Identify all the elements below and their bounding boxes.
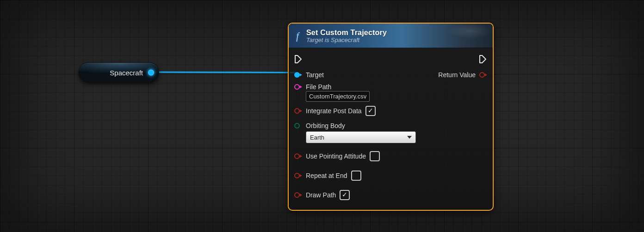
output-pin-return-value[interactable]: [479, 72, 487, 78]
input-label-file-path: File Path: [306, 83, 331, 91]
function-node-title: Set Custom Trajectory: [306, 29, 387, 37]
input-label-integrate-post-data: Integrate Post Data: [306, 107, 362, 115]
exec-output-pin[interactable]: [479, 55, 487, 64]
input-pin-repeat-at-end[interactable]: [294, 172, 302, 179]
input-label-orbiting-body: Orbiting Body: [306, 122, 345, 129]
input-pin-orbiting-body[interactable]: [294, 122, 302, 129]
checkbox-repeat-at-end[interactable]: [351, 171, 361, 181]
checkbox-integrate-post-data[interactable]: [365, 106, 376, 116]
input-label-target: Target: [306, 71, 324, 79]
input-label-draw-path: Draw Path: [306, 191, 336, 199]
chevron-down-icon: [407, 136, 412, 139]
function-node-subtitle: Target is Spacecraft: [306, 37, 387, 43]
dropdown-orbiting-body[interactable]: Earth: [306, 131, 416, 143]
dropdown-orbiting-body-value: Earth: [310, 134, 324, 141]
output-label-return-value: Return Value: [438, 71, 476, 79]
input-pin-file-path[interactable]: [294, 84, 302, 90]
checkbox-draw-path[interactable]: [340, 190, 350, 200]
function-node-header[interactable]: f Set Custom Trajectory Target is Spacec…: [289, 24, 493, 48]
function-icon: f: [293, 31, 302, 42]
checkbox-use-pointing-attitude[interactable]: [370, 151, 380, 161]
input-label-use-pointing-attitude: Use Pointing Attitude: [306, 153, 366, 160]
output-pin-object[interactable]: [148, 70, 154, 76]
file-path-input[interactable]: CustomTrajectory.csv: [306, 91, 370, 102]
input-pin-target[interactable]: [294, 72, 302, 78]
input-label-repeat-at-end: Repeat at End: [306, 172, 347, 179]
variable-node-spacecraft[interactable]: Spacecraft: [79, 62, 159, 83]
exec-input-pin[interactable]: [294, 55, 303, 64]
input-pin-use-pointing-attitude[interactable]: [294, 153, 302, 159]
input-pin-draw-path[interactable]: [294, 192, 302, 198]
input-pin-integrate-post-data[interactable]: [294, 108, 302, 114]
function-node-set-custom-trajectory[interactable]: f Set Custom Trajectory Target is Spacec…: [288, 23, 494, 211]
variable-node-label: Spacecraft: [110, 69, 143, 77]
